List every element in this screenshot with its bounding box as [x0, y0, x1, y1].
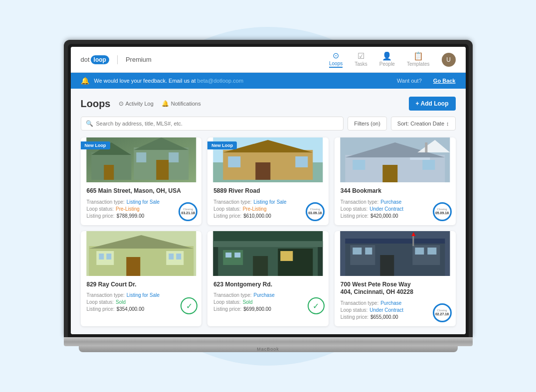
notifications-link[interactable]: 🔔 Notifications	[162, 100, 201, 107]
activity-log-icon: ⊙	[119, 100, 124, 107]
people-nav-label: People	[379, 61, 395, 67]
price-label: Listing price:	[341, 314, 368, 320]
status-value: Pre-Listing	[116, 206, 140, 212]
want-out-text: Want out?	[397, 78, 422, 84]
price-value: $655,000.00	[370, 314, 398, 320]
svg-rect-20	[410, 157, 430, 160]
laptop-top: dot loop Premium ⊙ Loops	[64, 40, 473, 337]
activity-log-label: Activity Log	[126, 101, 154, 107]
transaction-label: Transaction type:	[341, 199, 378, 205]
sort-icon: ↕	[446, 121, 449, 127]
avatar[interactable]: U	[442, 53, 456, 67]
new-loop-badge: New Loop	[207, 141, 237, 149]
status-value: Under Contract	[369, 307, 403, 313]
card-image: New Loop	[81, 137, 202, 182]
card-address: 623 Montgomery Rd.	[213, 281, 323, 289]
loop-card[interactable]: 344 BookmarkTransaction type: PurchaseLo…	[335, 137, 456, 225]
card-address: 700 West Pete Rose Way 404, Cincinnati, …	[341, 281, 450, 296]
svg-rect-38	[213, 241, 323, 247]
nav-item-people[interactable]: 👤 People	[379, 52, 395, 67]
svg-rect-24	[425, 142, 427, 152]
card-body: 665 Main Street, Mason, OH, USATransacti…	[81, 182, 202, 225]
activity-log-link[interactable]: ⊙ Activity Log	[119, 100, 154, 107]
page-header: Loops ⊙ Activity Log 🔔 Notifications	[81, 97, 456, 111]
closing-badge: Closing05.09.18	[433, 202, 452, 221]
loop-card[interactable]: New Loop665 Main Street, Mason, OH, USAT…	[81, 137, 202, 225]
nav-item-tasks[interactable]: ☑ Tasks	[355, 52, 367, 67]
nav-item-loops[interactable]: ⊙ Loops	[329, 52, 343, 68]
closing-date: 02.27.18	[435, 312, 449, 316]
svg-rect-44	[234, 253, 240, 258]
notif-email-link[interactable]: beta@dotloop.com	[197, 78, 244, 84]
svg-rect-55	[427, 248, 436, 255]
main-content: Loops ⊙ Activity Log 🔔 Notifications	[71, 89, 466, 334]
check-icon: ✓	[186, 301, 192, 311]
svg-rect-34	[176, 254, 181, 260]
transaction-label: Transaction type:	[213, 199, 251, 205]
svg-rect-30	[99, 254, 104, 260]
price-label: Listing price:	[87, 213, 115, 219]
notif-message: We would love your feedback. Email us at	[94, 78, 197, 84]
svg-rect-28	[126, 257, 140, 276]
premium-label: Premium	[126, 56, 152, 63]
card-body: 344 BookmarkTransaction type: PurchaseLo…	[335, 182, 456, 225]
card-image	[335, 231, 456, 276]
price-label: Listing price:	[213, 213, 241, 219]
loop-card[interactable]: 700 West Pete Rose Way 404, Cincinnati, …	[335, 231, 456, 326]
transaction-value: Listing for Sale	[127, 292, 160, 298]
card-address: 829 Ray Court Dr.	[87, 281, 196, 289]
closing-date: 03.21.18	[181, 211, 195, 215]
transaction-value: Purchase	[254, 292, 275, 298]
loop-card[interactable]: New Loop5889 River RoadTransaction type:…	[207, 137, 329, 225]
logo-loop-badge: loop	[91, 55, 109, 64]
notification-text: We would love your feedback. Email us at…	[94, 78, 392, 84]
svg-rect-22	[422, 160, 435, 170]
laptop-bottom	[64, 337, 473, 346]
svg-rect-51	[353, 248, 361, 255]
card-body: 623 Montgomery Rd.Transaction type: Purc…	[207, 276, 329, 319]
svg-rect-43	[225, 253, 231, 258]
nav-item-templates[interactable]: 📋 Templates	[407, 52, 430, 67]
closing-badge: Closing03.09.18	[306, 202, 325, 221]
transaction-label: Transaction type:	[341, 300, 378, 306]
add-loop-button[interactable]: + Add Loop	[409, 97, 456, 111]
svg-rect-8	[169, 152, 179, 162]
closing-badge: Closing03.21.18	[179, 202, 197, 221]
price-label: Listing price:	[213, 306, 241, 312]
status-value: Under Contract	[369, 206, 403, 212]
card-image	[81, 231, 202, 276]
notifications-icon: 🔔	[162, 100, 169, 107]
status-value: Sold	[243, 299, 253, 305]
bell-icon: 🔔	[81, 77, 89, 85]
app-header: dot loop Premium ⊙ Loops	[71, 47, 466, 73]
loop-status-row: Loop status: Sold	[87, 299, 196, 305]
svg-rect-48	[345, 239, 445, 244]
status-value: Pre-Listing	[243, 206, 267, 212]
sort-button[interactable]: Sort: Creation Date ↕	[391, 117, 456, 131]
search-icon: 🔍	[86, 120, 93, 127]
price-label: Listing price:	[87, 306, 115, 312]
closing-date: 03.09.18	[308, 211, 322, 215]
screen: dot loop Premium ⊙ Loops	[71, 47, 466, 334]
svg-rect-3	[104, 165, 114, 180]
filters-button[interactable]: Filters (on)	[348, 117, 387, 131]
loop-card[interactable]: 829 Ray Court Dr.Transaction type: Listi…	[81, 231, 202, 326]
price-value: $420,000.00	[370, 213, 398, 219]
loop-card[interactable]: 623 Montgomery Rd.Transaction type: Purc…	[207, 231, 329, 326]
loop-status-row: Loop status: Sold	[213, 299, 323, 305]
closing-circle: Closing03.21.18	[179, 202, 197, 221]
search-input-wrap: 🔍	[81, 117, 344, 131]
card-address: 665 Main Street, Mason, OH, USA	[87, 187, 196, 195]
logo: dot loop	[81, 55, 109, 64]
go-back-link[interactable]: Go Back	[433, 78, 456, 84]
status-label: Loop status:	[87, 299, 114, 305]
closing-circle: Closing05.09.18	[433, 202, 452, 221]
logo-area: dot loop Premium	[81, 55, 152, 64]
search-input[interactable]	[81, 117, 344, 131]
loops-icon: ⊙	[333, 52, 339, 60]
logo-divider	[117, 55, 118, 64]
templates-icon: 📋	[413, 52, 423, 60]
price-value: $354,000.00	[117, 306, 145, 312]
card-body: 700 West Pete Rose Way 404, Cincinnati, …	[335, 276, 456, 326]
svg-rect-33	[169, 254, 174, 260]
